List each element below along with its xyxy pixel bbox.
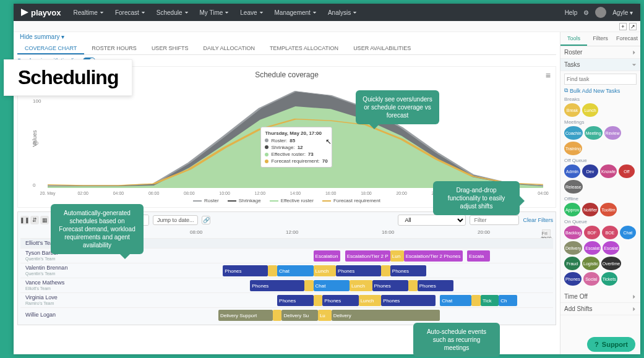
task-chip[interactable]: Lunch (582, 103, 598, 117)
task-chip[interactable]: BOF (584, 226, 600, 239)
shift-segment[interactable]: Ch (499, 295, 517, 306)
task-chip[interactable]: Social (583, 272, 599, 286)
tab-user-shifts[interactable]: USER SHIFTS (144, 41, 196, 54)
sp-section-addshifts[interactable]: Add Shifts (560, 303, 640, 315)
shift-segment[interactable]: Phones (418, 280, 453, 291)
nav-my time[interactable]: My Time (195, 6, 234, 20)
agent-label[interactable]: Willie Logan (20, 312, 101, 318)
agent-label[interactable]: Vance MathewsElliott's Team (20, 280, 101, 291)
shift-segment[interactable]: Phones (277, 295, 313, 306)
shift-segment[interactable]: Delivery Su (281, 310, 317, 321)
task-chip[interactable]: Overtime (601, 257, 621, 270)
task-chip[interactable]: Break (564, 103, 580, 117)
chart-area[interactable]: Values 0 50 100 20. May02:0004:0006:0008… (48, 83, 543, 188)
tab-user-availabilities[interactable]: USER AVAILABILITIES (346, 41, 418, 54)
shift-segment[interactable]: Escalation/Tier 2 Phones (404, 250, 463, 262)
task-chip[interactable]: Coachin (564, 126, 583, 140)
nav-management[interactable]: Management (270, 6, 322, 20)
filter-select[interactable]: All (398, 215, 466, 226)
task-chip[interactable]: Fraud (564, 257, 580, 270)
tab-coverage-chart[interactable]: COVERAGE CHART (17, 41, 84, 54)
task-chip[interactable]: Knowle (600, 164, 617, 178)
nav-forecast[interactable]: Forecast (110, 6, 150, 20)
legend-item[interactable]: Effective roster (270, 198, 314, 203)
shift-segment[interactable]: Chat (440, 295, 471, 306)
bulk-add-link[interactable]: ⧉ Bulk Add New Tasks (564, 87, 637, 94)
shift-segment[interactable]: Chat (314, 280, 350, 291)
shift-segment[interactable] (314, 295, 323, 306)
shift-segment[interactable]: Phones (390, 265, 426, 276)
collapse-button[interactable]: + (619, 23, 627, 30)
clear-filters-link[interactable]: Clear Filters (523, 217, 553, 223)
shift-segment[interactable]: Phones (250, 280, 304, 291)
expand-button[interactable]: ↗ (629, 23, 637, 30)
shift-segment[interactable]: Tick (481, 295, 499, 306)
jump-to-date[interactable]: Jump to date... (153, 215, 199, 225)
task-chip[interactable]: Review (604, 126, 621, 140)
shift-segment[interactable]: Escalation/Tier 2 P (345, 250, 390, 262)
task-chip[interactable]: Delivery (564, 241, 582, 255)
avatar[interactable] (595, 7, 606, 18)
task-chip[interactable]: Meeting (585, 126, 603, 140)
nav-analysis[interactable]: Analysis (323, 6, 362, 20)
user-menu[interactable]: Agyle ▾ (612, 9, 633, 16)
task-chip[interactable]: Approv (564, 203, 580, 216)
shift-segment[interactable]: Delivery (332, 310, 440, 321)
gantt-icon-3[interactable]: ▦ (40, 216, 49, 224)
link-icon[interactable]: 🔗 (202, 216, 210, 224)
shift-segment[interactable]: Lunch (359, 295, 382, 306)
shift-segment[interactable]: Phones (336, 265, 381, 276)
hide-summary-link[interactable]: Hide summary ▾ (17, 32, 556, 41)
shift-segment[interactable] (304, 280, 314, 291)
find-task-input[interactable] (564, 74, 637, 85)
sp-section-roster[interactable]: Roster (560, 46, 640, 59)
sp-section-tasks[interactable]: Tasks (560, 59, 640, 71)
task-chip[interactable]: Escalat (584, 241, 601, 255)
shift-segment[interactable]: Escalation (314, 250, 341, 262)
sp-tab-forecast[interactable]: Forecast (614, 32, 640, 46)
task-chip[interactable]: Off (619, 164, 635, 178)
nav-schedule[interactable]: Schedule (152, 6, 194, 20)
legend-item[interactable]: Forecast requirement (322, 198, 380, 203)
filter-input[interactable] (470, 215, 519, 225)
task-chip[interactable]: Release (564, 180, 583, 194)
brand-logo[interactable]: playvox (14, 8, 68, 17)
task-chip[interactable]: Admin (564, 164, 580, 178)
gantt-icon-1[interactable]: ❚❚ (20, 216, 29, 224)
gantt-icon-2[interactable]: ⇵ (30, 216, 39, 224)
gear-icon[interactable]: ⚙ (583, 9, 589, 16)
task-chip[interactable]: Escalat (603, 241, 619, 255)
shift-segment[interactable] (268, 265, 277, 276)
shift-segment[interactable]: Delivery Support (218, 310, 273, 321)
task-chip[interactable]: Backlog (564, 226, 582, 239)
task-chip[interactable]: Chat (620, 226, 636, 239)
nav-leave[interactable]: Leave (235, 6, 268, 20)
sp-section-timeoff[interactable]: Time Off (560, 291, 640, 303)
nav-realtime[interactable]: Realtime (68, 6, 108, 20)
task-chip[interactable]: Training (564, 142, 582, 155)
help-link[interactable]: Help (565, 9, 578, 16)
tab-roster-hours[interactable]: ROSTER HOURS (84, 41, 144, 54)
agent-label[interactable]: Virginia LoveRamiro's Team (20, 295, 101, 306)
task-chip[interactable]: BOE (602, 226, 618, 239)
tab-daily-allocation[interactable]: DAILY ALLOCATION (195, 41, 262, 54)
task-chip[interactable]: Notifier (582, 203, 598, 216)
task-chip[interactable]: Tickets (601, 272, 617, 286)
agent-label[interactable]: Valentin BrennanQuentin's Team (20, 265, 101, 276)
task-chip[interactable]: Dev (582, 164, 598, 178)
shift-segment[interactable]: Lu (318, 310, 332, 321)
shift-segment[interactable] (381, 265, 390, 276)
shift-segment[interactable] (408, 280, 418, 291)
shift-segment[interactable]: Phones (372, 280, 408, 291)
shift-segment[interactable]: Lunch (314, 265, 337, 276)
shift-segment[interactable]: Phones (223, 265, 268, 276)
legend-item[interactable]: Roster (193, 198, 219, 203)
legend-item[interactable]: Shrinkage (228, 198, 261, 203)
chart-menu-icon[interactable]: ≡ (546, 70, 551, 80)
shift-segment[interactable]: Phones (381, 295, 436, 306)
shift-segment[interactable] (471, 295, 481, 306)
shift-segment[interactable] (273, 310, 282, 321)
tab-templates-allocation[interactable]: TEMPLATES ALLOCATION (262, 41, 346, 54)
shift-segment[interactable]: Lunch (350, 280, 372, 291)
sp-tab-tools[interactable]: Tools (560, 32, 587, 46)
